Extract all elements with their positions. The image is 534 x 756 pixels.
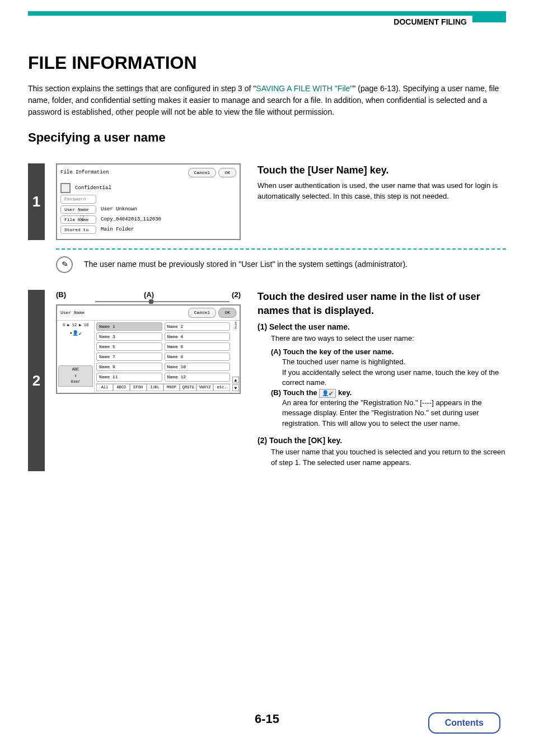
name-cell[interactable]: Name 4 [165, 332, 231, 341]
file-info-screen-mock: File Information Cancel OK Confidential … [56, 163, 241, 240]
filter-cell[interactable]: MNOP [163, 384, 180, 392]
sub-b-label-post: key. [338, 388, 352, 397]
mock2-left-panel: 6 ▶ 12 ▶ 18 ▪👤↙ ABC ⇳ User [57, 321, 95, 393]
substep-2-label: (2) [257, 436, 267, 445]
section-header: DOCUMENT FILING [28, 17, 506, 28]
mock2-title: User Name [60, 309, 85, 316]
dashed-separator [56, 248, 506, 250]
sub-a-label: (A) Touch the key of the user name. [271, 348, 394, 356]
filter-cell[interactable]: EFGH [130, 384, 147, 392]
filter-cell[interactable]: All [96, 384, 113, 392]
name-cell[interactable]: Name 8 [165, 353, 231, 361]
alpha-filter-row: All ABCD EFGH IJKL MNOP QRSTU VWXYZ etc. [96, 383, 230, 392]
file-name-value: Copy_04042013_112030 [101, 216, 161, 223]
stored-to-value: Main Folder [101, 226, 134, 233]
page: DOCUMENT FILING FILE INFORMATION This se… [0, 0, 534, 756]
callout-a: (A) [144, 290, 154, 300]
step-1-body: When user authentication is used, the us… [257, 181, 506, 201]
confidential-checkbox[interactable] [60, 183, 71, 193]
ok-button[interactable]: OK [218, 308, 236, 317]
substep-2: (2) Touch the [OK] key. The user name th… [257, 435, 506, 468]
step-1: 1 File Information Cancel OK Confidentia… [28, 163, 506, 240]
step-2-heading: Touch the desired user name in the list … [257, 290, 506, 318]
page-scroll: 12 ▲ ▼ [232, 321, 240, 393]
name-cell[interactable]: Name 3 [96, 332, 162, 341]
hand-cursor-icon: ☟ [79, 214, 84, 225]
scroll-up-icon[interactable]: ▲ [232, 377, 239, 383]
user-key-icon: 👤↙ [319, 389, 336, 398]
substep-1-label: (1) [257, 322, 267, 331]
filter-cell[interactable]: ABCD [113, 384, 130, 392]
filter-cell[interactable]: etc. [213, 384, 230, 392]
name-cell[interactable]: Name 11 [96, 373, 162, 381]
substep-1-title: Select the user name. [269, 322, 350, 331]
user-name-screen-mock: User Name Cancel OK 6 ▶ 12 ▶ 18 ▪👤↙ ABC [56, 304, 241, 394]
user-name-value: User Unknown [101, 206, 137, 213]
substep-2-title: Touch the [OK] key. [269, 436, 342, 445]
filter-cell[interactable]: VWXYZ [196, 384, 213, 392]
subheading: Specifying a user name [28, 129, 506, 147]
sub-b-body: An area for entering the "Registration N… [282, 398, 506, 429]
callout-2: (2) [232, 290, 241, 300]
ok-button[interactable]: OK [218, 168, 236, 177]
callout-connector [95, 301, 229, 302]
name-cell[interactable]: Name 6 [165, 342, 231, 351]
intro-text-pre: This section explains the settings that … [28, 84, 256, 93]
intro-link[interactable]: SAVING A FILE WITH "File" [256, 84, 353, 93]
confidential-label: Confidential [75, 185, 111, 192]
file-name-button[interactable]: File Name [60, 215, 96, 224]
name-grid: Name 1Name 2 Name 3Name 4 Name 5Name 6 N… [95, 321, 232, 393]
cancel-button[interactable]: Cancel [188, 168, 217, 177]
mock-title: File Information [60, 169, 109, 176]
abc-tab[interactable]: ABC ⇳ User [58, 365, 93, 387]
step-2-number: 2 [28, 290, 45, 471]
step-1-number: 1 [28, 163, 45, 240]
note-row: ✎ The user name must be previously store… [56, 256, 506, 273]
sub-a-line1: The touched user name is highlighted. [282, 357, 506, 367]
name-cell[interactable]: Name 10 [165, 363, 231, 371]
substep-1-lead: There are two ways to select the user na… [271, 334, 506, 344]
note-text: The user name must be previously stored … [84, 259, 407, 270]
user-name-button[interactable]: User Name [60, 205, 96, 214]
callout-b: (B) [56, 290, 66, 300]
name-cell[interactable]: Name 1 [96, 322, 162, 331]
name-cell[interactable]: Name 5 [96, 342, 162, 351]
password-field[interactable]: Password [60, 195, 96, 203]
substep-2-body: The user name that you touched is select… [271, 447, 506, 467]
step-2: 2 (B) (A) (2) User Name Cancel OK [28, 290, 506, 471]
page-title: FILE INFORMATION [28, 50, 506, 76]
substep-1: (1) Select the user name. There are two … [257, 322, 506, 429]
intro-paragraph: This section explains the settings that … [28, 83, 506, 118]
note-icon: ✎ [54, 254, 75, 275]
breadcrumb-numbers: 6 ▶ 12 ▶ 18 [58, 323, 93, 328]
header-accent-bar [28, 11, 506, 16]
name-cell[interactable]: Name 2 [165, 322, 231, 331]
contents-button[interactable]: Contents [428, 712, 500, 734]
step-1-heading: Touch the [User Name] key. [257, 163, 506, 177]
name-cell[interactable]: Name 7 [96, 353, 162, 361]
filter-cell[interactable]: IJKL [147, 384, 163, 392]
scroll-down-icon[interactable]: ▼ [232, 384, 239, 391]
sub-b-label-pre: (B) Touch the [271, 388, 319, 397]
sub-a-line2: If you accidentally select the wrong use… [282, 368, 506, 388]
name-cell[interactable]: Name 9 [96, 363, 162, 371]
user-toggle-icon[interactable]: ▪👤↙ [69, 330, 82, 337]
callout-labels: (B) (A) (2) [56, 290, 241, 300]
cancel-button[interactable]: Cancel [188, 308, 217, 317]
stored-to-button[interactable]: Stored to [60, 226, 96, 234]
filter-cell[interactable]: QRSTU [180, 384, 196, 392]
name-cell[interactable]: Name 12 [165, 373, 231, 381]
